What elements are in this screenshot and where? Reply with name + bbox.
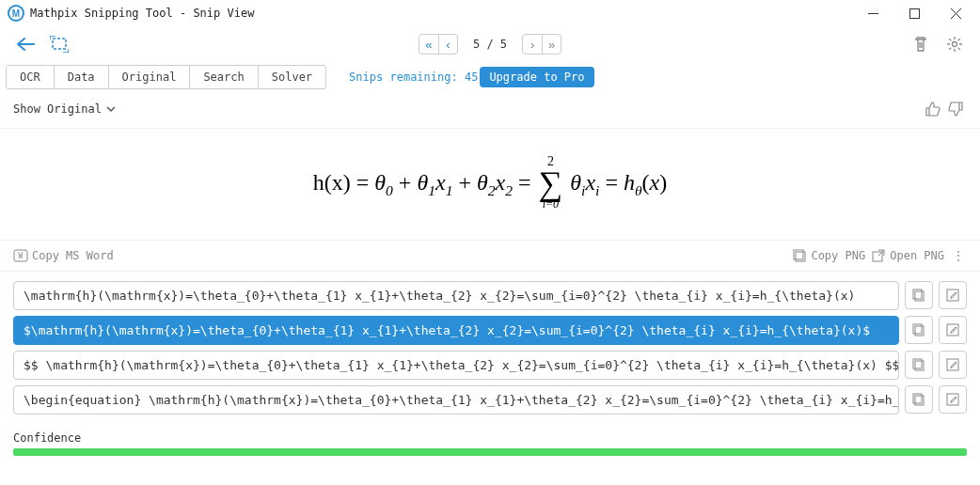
tabs: OCR Data Original Search Solver <box>6 65 326 89</box>
thumbs-up-button[interactable] <box>922 98 944 120</box>
tab-search[interactable]: Search <box>190 66 258 88</box>
edit-code-button[interactable] <box>939 316 967 344</box>
pager-prev-button[interactable]: ‹ <box>438 35 457 54</box>
back-button[interactable] <box>13 32 38 56</box>
new-snip-button[interactable] <box>47 32 71 56</box>
svg-point-2 <box>953 42 957 47</box>
copy-code-button[interactable] <box>905 385 933 414</box>
sub-toolbar: Show Original <box>0 92 980 128</box>
tab-original[interactable]: Original <box>109 66 191 88</box>
svg-text:W: W <box>19 252 24 260</box>
copy-png-button[interactable]: Copy PNG <box>792 248 865 263</box>
export-actions-bar: W Copy MS Word Copy PNG Open PNG ⋮ <box>0 240 980 272</box>
word-icon: W <box>13 248 28 263</box>
code-row: \begin{equation} \mathrm{h}(\mathrm{x})=… <box>13 385 967 415</box>
copy-ms-word-button[interactable]: W Copy MS Word <box>13 248 114 263</box>
main-toolbar: « ‹ 5 / 5 › » <box>0 26 980 62</box>
code-list: \mathrm{h}(\mathrm{x})=\theta_{0}+\theta… <box>0 272 980 424</box>
confidence-bar <box>13 448 967 456</box>
window-title: Mathpix Snipping Tool - Snip View <box>30 7 852 20</box>
window-close-button[interactable] <box>935 0 976 26</box>
code-row: \mathrm{h}(\mathrm{x})=\theta_{0}+\theta… <box>13 281 967 310</box>
window-minimize-button[interactable] <box>852 0 893 26</box>
settings-button[interactable] <box>942 32 967 56</box>
confidence-section: Confidence <box>0 424 980 460</box>
copy-code-button[interactable] <box>905 351 933 379</box>
svg-rect-1 <box>53 39 66 49</box>
edit-code-button[interactable] <box>939 281 967 309</box>
app-logo-icon: M <box>8 5 24 22</box>
tab-solver[interactable]: Solver <box>259 66 325 88</box>
code-row: $$ \mathrm{h}(\mathrm{x})=\theta_{0}+\th… <box>13 351 967 380</box>
delete-button[interactable] <box>909 32 933 56</box>
tab-data[interactable]: Data <box>55 66 109 88</box>
titlebar: M Mathpix Snipping Tool - Snip View <box>0 0 980 26</box>
tabs-row: OCR Data Original Search Solver Snips re… <box>0 62 980 92</box>
code-text[interactable]: \begin{equation} \mathrm{h}(\mathrm{x})=… <box>13 385 899 415</box>
edit-code-button[interactable] <box>939 385 967 414</box>
copy-icon <box>792 248 807 263</box>
more-actions-button[interactable]: ⋮ <box>950 249 967 262</box>
external-link-icon <box>871 248 886 263</box>
show-original-label: Show Original <box>13 102 102 116</box>
code-text[interactable]: \mathrm{h}(\mathrm{x})=\theta_{0}+\theta… <box>13 281 899 310</box>
upgrade-button[interactable]: Upgrade to Pro <box>480 67 593 87</box>
pager-info: 5 / 5 <box>473 38 507 51</box>
equation-preview: h(x) = θ0 + θ1x1 + θ2x2 = 2 ∑ i=0 θixi =… <box>0 128 980 240</box>
open-png-button[interactable]: Open PNG <box>871 248 944 263</box>
summation-icon: 2 ∑ i=0 <box>539 155 563 210</box>
tab-ocr[interactable]: OCR <box>7 66 55 88</box>
window-maximize-button[interactable] <box>893 0 935 26</box>
confidence-label: Confidence <box>13 431 967 445</box>
pager: « ‹ 5 / 5 › » <box>419 34 561 55</box>
copy-code-button[interactable] <box>905 316 933 344</box>
code-text[interactable]: $$ \mathrm{h}(\mathrm{x})=\theta_{0}+\th… <box>13 351 899 380</box>
svg-rect-0 <box>909 8 919 18</box>
copy-code-button[interactable] <box>905 281 933 309</box>
thumbs-down-button[interactable] <box>944 98 967 120</box>
equation-rendered: h(x) = θ0 + θ1x1 + θ2x2 = 2 ∑ i=0 θixi =… <box>313 157 668 211</box>
pager-first-button[interactable]: « <box>419 35 438 54</box>
code-text[interactable]: $\mathrm{h}(\mathrm{x})=\theta_{0}+\thet… <box>13 316 899 345</box>
pager-last-button[interactable]: » <box>542 35 561 54</box>
pager-next-button[interactable]: › <box>523 35 542 54</box>
show-original-toggle[interactable]: Show Original <box>13 102 117 116</box>
snips-remaining-label: Snips remaining: 45 <box>349 70 478 84</box>
code-row: $\mathrm{h}(\mathrm{x})=\theta_{0}+\thet… <box>13 316 967 345</box>
edit-code-button[interactable] <box>939 351 967 379</box>
chevron-down-icon <box>105 103 117 115</box>
